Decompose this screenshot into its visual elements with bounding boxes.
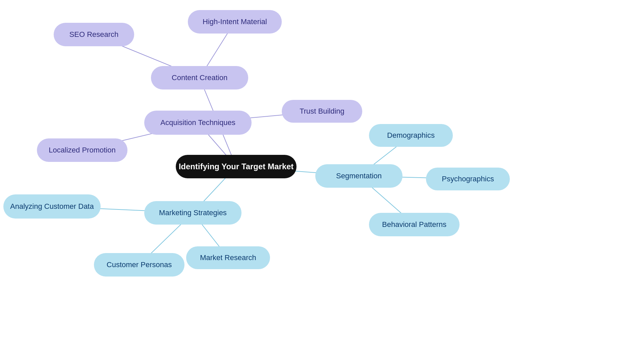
node-root[interactable]: Identifying Your Target Market xyxy=(176,155,297,178)
node-customer-personas-label: Customer Personas xyxy=(107,260,172,270)
node-segmentation[interactable]: Segmentation xyxy=(315,164,402,188)
node-behavioral-patterns-label: Behavioral Patterns xyxy=(382,220,446,230)
node-customer-personas[interactable]: Customer Personas xyxy=(94,253,184,277)
node-behavioral-patterns[interactable]: Behavioral Patterns xyxy=(369,213,460,236)
node-localized-promotion-label: Localized Promotion xyxy=(49,145,115,155)
node-marketing-strategies[interactable]: Marketing Strategies xyxy=(144,201,241,225)
node-content-creation-label: Content Creation xyxy=(172,73,227,83)
node-psychographics[interactable]: Psychographics xyxy=(426,168,510,190)
node-trust-building-label: Trust Building xyxy=(300,107,344,116)
node-content-creation[interactable]: Content Creation xyxy=(151,66,248,89)
node-psychographics-label: Psychographics xyxy=(442,174,494,184)
node-demographics[interactable]: Demographics xyxy=(369,124,453,147)
node-seo-research[interactable]: SEO Research xyxy=(54,23,134,46)
node-marketing-strategies-label: Marketing Strategies xyxy=(159,208,227,218)
node-demographics-label: Demographics xyxy=(387,131,435,140)
node-market-research-label: Market Research xyxy=(200,253,256,263)
node-analyzing-customer-data-label: Analyzing Customer Data xyxy=(10,202,94,211)
node-trust-building[interactable]: Trust Building xyxy=(282,100,362,123)
node-high-intent[interactable]: High-Intent Material xyxy=(188,10,282,34)
node-localized-promotion[interactable]: Localized Promotion xyxy=(37,138,127,162)
node-segmentation-label: Segmentation xyxy=(336,171,382,181)
node-high-intent-label: High-Intent Material xyxy=(203,17,267,27)
node-seo-research-label: SEO Research xyxy=(69,30,119,40)
node-acquisition[interactable]: Acquisition Techniques xyxy=(144,111,252,135)
node-root-label: Identifying Your Target Market xyxy=(179,161,294,172)
node-market-research[interactable]: Market Research xyxy=(186,246,270,269)
node-analyzing-customer-data[interactable]: Analyzing Customer Data xyxy=(3,194,101,219)
node-acquisition-label: Acquisition Techniques xyxy=(160,118,235,128)
